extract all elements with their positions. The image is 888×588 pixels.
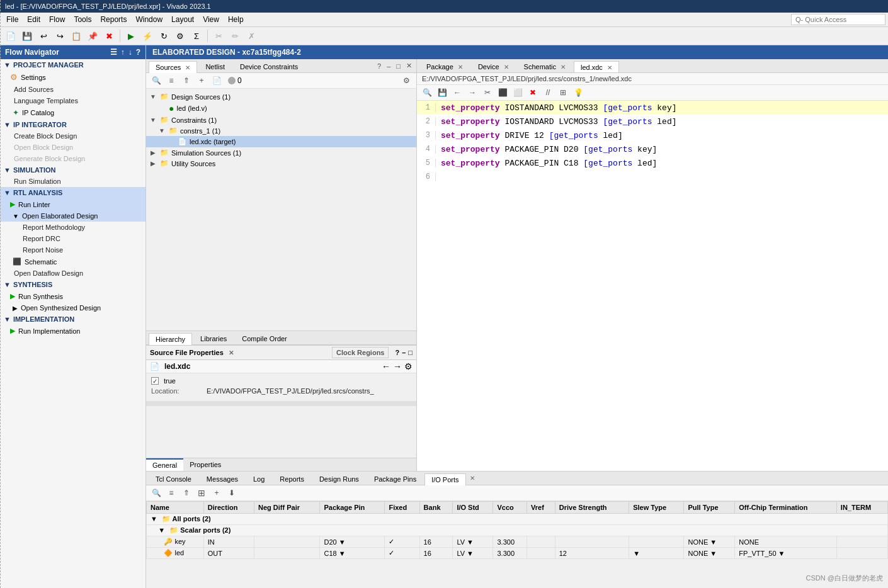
clock-regions-label[interactable]: Clock Regions [332, 347, 389, 358]
editor-copy-btn[interactable]: ⬛ [496, 86, 509, 99]
tab-package-close[interactable]: ✕ [458, 64, 463, 71]
io-key-pull-type[interactable]: NONE ▼ [684, 536, 735, 548]
flow-nav-up-btn[interactable]: ↑ [121, 48, 125, 57]
bottom-panel-close-btn[interactable]: ✕ [470, 475, 475, 482]
editor-cut-btn[interactable]: ✂ [481, 86, 494, 99]
io-search-btn[interactable]: 🔍 [150, 487, 162, 499]
horizontal-scrollbar[interactable] [146, 401, 416, 406]
props-back-btn[interactable]: ← [382, 361, 390, 371]
menu-tools[interactable]: Tools [70, 14, 95, 25]
flow-nav-help-btn[interactable]: ? [136, 48, 140, 57]
nav-section-ip-integrator-header[interactable]: ▼ IP INTEGRATOR [0, 119, 145, 130]
sigma-btn[interactable]: Σ [190, 29, 203, 43]
sources-filter-btn[interactable]: ≡ [165, 74, 178, 87]
io-led-slew-type[interactable]: ▼ [629, 548, 684, 559]
pen-btn[interactable]: ✏ [228, 29, 242, 43]
nav-run-synthesis[interactable]: ▶ Run Synthesis [0, 290, 145, 302]
paste-btn[interactable]: 📌 [86, 29, 100, 43]
tab-libraries[interactable]: Libraries [193, 332, 234, 344]
sources-minimize-btn[interactable]: – [385, 62, 392, 71]
enabled-checkbox[interactable]: ✓ [151, 377, 159, 385]
editor-save-btn[interactable]: 💾 [436, 86, 448, 99]
menu-edit[interactable]: Edit [23, 14, 44, 25]
nav-section-simulation-header[interactable]: ▼ SIMULATION [0, 164, 145, 176]
tab-package-pins[interactable]: Package Pins [367, 473, 423, 485]
led-off-chip-dropdown[interactable]: ▼ [778, 550, 785, 557]
io-collapse-btn[interactable]: ⇑ [180, 487, 193, 499]
nav-settings[interactable]: ⚙ Settings [0, 71, 145, 84]
nav-open-elaborated-design[interactable]: ▼ Open Elaborated Design [0, 210, 145, 222]
props-config-btn[interactable]: ⚙ [404, 361, 413, 371]
nav-section-implementation-header[interactable]: ▼ IMPLEMENTATION [0, 314, 145, 325]
tree-led-xdc[interactable]: 📄 led.xdc (target) [146, 136, 416, 147]
flow-nav-collapse-btn[interactable]: ☰ [110, 48, 117, 57]
io-led-package-pin[interactable]: C18 ▼ [320, 548, 385, 559]
redo-btn[interactable]: ↪ [53, 29, 67, 43]
save-btn[interactable]: 💾 [20, 29, 34, 43]
tree-design-sources[interactable]: ▼ 📁 Design Sources (1) [146, 91, 416, 102]
tab-tcl-console[interactable]: Tcl Console [149, 473, 198, 485]
menu-view[interactable]: View [199, 14, 223, 25]
tab-schematic[interactable]: Schematic ✕ [517, 60, 572, 72]
io-all-ports-row[interactable]: ▼ 📁 All ports (2) [147, 514, 888, 525]
tab-hierarchy[interactable]: Hierarchy [149, 333, 192, 345]
undo-btn[interactable]: ↩ [37, 29, 50, 43]
nav-section-project-manager-header[interactable]: ▼ PROJECT MANAGER [0, 59, 145, 71]
menu-layout[interactable]: Layout [168, 14, 198, 25]
menu-reports[interactable]: Reports [96, 14, 130, 25]
led-std-dropdown[interactable]: ▼ [467, 550, 474, 557]
delete-btn[interactable]: ✖ [102, 29, 116, 43]
settings-btn[interactable]: ⚙ [173, 29, 187, 43]
menu-help[interactable]: Help [224, 14, 248, 25]
props-minimize-btn[interactable]: – [402, 349, 406, 356]
io-scalar-ports-row[interactable]: ▼ 📁 Scalar ports (2) [147, 525, 888, 536]
program-btn[interactable]: ⚡ [140, 29, 154, 43]
io-led-pull-type[interactable]: NONE ▼ [684, 548, 735, 559]
io-key-package-pin[interactable]: D20 ▼ [320, 536, 385, 548]
sources-collapse-btn[interactable]: ⇑ [180, 74, 193, 87]
tree-constrs1[interactable]: ▼ 📁 constrs_1 (1) [146, 125, 416, 136]
tree-sim-sources[interactable]: ▶ 📁 Simulation Sources (1) [146, 147, 416, 158]
io-import-btn[interactable]: ⬇ [225, 487, 238, 499]
run-btn[interactable]: ▶ [124, 29, 138, 43]
tab-device-close[interactable]: ✕ [504, 64, 509, 71]
nav-run-implementation[interactable]: ▶ Run Implementation [0, 325, 145, 337]
nav-schematic[interactable]: ⬛ Schematic [0, 256, 145, 268]
editor-search-btn[interactable]: 🔍 [421, 86, 433, 99]
editor-paste-btn[interactable]: ⬜ [511, 86, 524, 99]
nav-section-synthesis-header[interactable]: ▼ SYNTHESIS [0, 279, 145, 290]
code-editor[interactable]: 1 set_property IOSTANDARD LVCMOS33 [get_… [417, 101, 888, 471]
editor-redo-btn[interactable]: → [466, 86, 479, 99]
tree-utility-sources[interactable]: ▶ 📁 Utility Sources [146, 158, 416, 169]
tab-reports[interactable]: Reports [273, 473, 311, 485]
nav-open-dataflow[interactable]: Open Dataflow Design [0, 268, 145, 279]
menu-flow[interactable]: Flow [45, 14, 69, 25]
editor-undo-btn[interactable]: ← [451, 86, 464, 99]
tab-device-constraints[interactable]: Device Constraints [233, 60, 305, 72]
tab-general[interactable]: General [146, 458, 183, 471]
io-filter-btn[interactable]: ≡ [165, 487, 178, 499]
refresh-btn[interactable]: ↻ [157, 29, 171, 43]
tab-design-runs[interactable]: Design Runs [312, 473, 366, 485]
led-pull-dropdown[interactable]: ▼ [710, 550, 717, 557]
tree-constraints[interactable]: ▼ 📁 Constraints (1) [146, 115, 416, 125]
cross2-btn[interactable]: ✗ [244, 29, 258, 43]
sources-search-btn[interactable]: 🔍 [150, 74, 162, 87]
sources-add-btn[interactable]: + [195, 74, 208, 87]
tab-sources-close[interactable]: ✕ [185, 64, 190, 71]
editor-indent-btn[interactable]: ⊞ [557, 86, 569, 99]
tab-led-xdc[interactable]: led.xdc ✕ [574, 61, 619, 73]
io-add-btn[interactable]: + [210, 487, 223, 499]
tab-device[interactable]: Device ✕ [471, 60, 516, 72]
flow-nav-down-btn[interactable]: ↓ [128, 48, 132, 57]
cut2-btn[interactable]: ✂ [212, 29, 225, 43]
io-expand-all-btn[interactable]: ⊞ [195, 487, 208, 499]
props-close-btn[interactable]: ✕ [229, 349, 234, 356]
tab-properties[interactable]: Properties [183, 459, 227, 470]
nav-add-sources[interactable]: Add Sources [0, 84, 145, 95]
new-file-btn[interactable]: 📄 [4, 29, 18, 43]
io-key-io-std[interactable]: LV ▼ [453, 536, 493, 548]
io-led-off-chip[interactable]: FP_VTT_50 ▼ [735, 548, 837, 559]
sources-properties-btn[interactable]: 📄 [210, 74, 223, 87]
tab-led-xdc-close[interactable]: ✕ [607, 64, 612, 71]
